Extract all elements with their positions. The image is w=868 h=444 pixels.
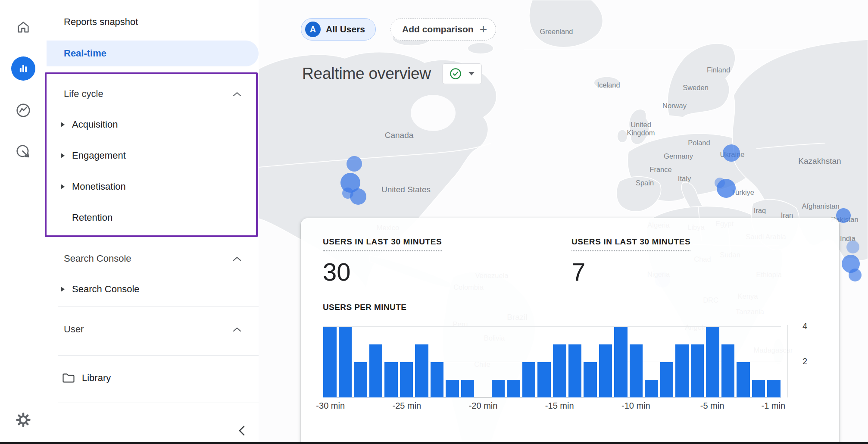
chart-bars xyxy=(323,325,781,397)
collapse-sidebar-button[interactable] xyxy=(233,422,250,440)
add-comparison-button[interactable]: Add comparison + xyxy=(390,18,496,41)
users-per-minute-bar xyxy=(630,344,643,397)
chevron-left-icon xyxy=(237,425,246,437)
sidebar-divider xyxy=(58,306,259,307)
users-per-minute-bar xyxy=(323,327,337,397)
map-top-divider xyxy=(524,49,868,49)
app-nav-rail xyxy=(0,0,47,444)
sidebar-item-monetisation[interactable]: Monetisation xyxy=(47,171,259,202)
users-per-minute-bar xyxy=(614,327,628,397)
sidebar-item-acquisition[interactable]: Acquisition xyxy=(47,109,259,140)
users-per-minute-bar xyxy=(537,362,551,397)
users-per-minute-bar xyxy=(384,362,398,397)
sidebar-item-label: Monetisation xyxy=(72,181,126,192)
users-per-minute-bar xyxy=(645,380,658,397)
section-header-life-cycle[interactable]: Life cycle xyxy=(47,82,259,106)
chevron-down-icon xyxy=(468,72,475,75)
users-per-minute-bar xyxy=(415,344,428,397)
y-axis-tick-label: 2 xyxy=(802,356,822,366)
x-axis-tick-label: -10 min xyxy=(621,401,650,411)
users-per-minute-bar xyxy=(553,344,566,397)
sidebar-item-search-console[interactable]: Search Console xyxy=(47,274,259,305)
reports-icon[interactable] xyxy=(0,56,47,81)
realtime-status-dropdown[interactable] xyxy=(442,63,482,84)
chart-right-axis xyxy=(787,325,787,397)
green-check-icon xyxy=(450,68,462,80)
x-axis-tick-label: -20 min xyxy=(469,401,498,411)
users-per-minute-bar xyxy=(446,380,459,397)
users-per-minute-bar xyxy=(660,362,674,397)
section-title: User xyxy=(64,324,84,335)
section-title: Life cycle xyxy=(64,88,103,100)
users-last-30min-metric-comparison: USERS IN LAST 30 MINUTES 7 xyxy=(571,237,690,286)
users-per-minute-bar xyxy=(369,344,383,397)
users-per-minute-bar xyxy=(721,344,735,397)
chevron-up-icon xyxy=(233,327,241,332)
expand-triangle-icon[interactable] xyxy=(61,153,65,158)
sidebar-item-engagement[interactable]: Engagement xyxy=(47,140,259,171)
metric-label[interactable]: USERS IN LAST 30 MINUTES xyxy=(571,237,690,251)
sidebar-item-label: Engagement xyxy=(72,150,126,161)
sidebar-item-realtime[interactable]: Real-time xyxy=(47,41,259,66)
sidebar-item-retention[interactable]: Retention xyxy=(47,202,259,233)
users-per-minute-bar xyxy=(461,380,475,397)
users-per-minute-bar xyxy=(354,362,367,397)
chart-title: USERS PER MINUTE xyxy=(323,303,406,312)
section-header-user[interactable]: User xyxy=(47,317,259,341)
triangle-spacer xyxy=(61,215,65,220)
users-per-minute-bar xyxy=(599,344,612,397)
page-title: Realtime overview xyxy=(302,65,431,83)
section-header-search-console[interactable]: Search Console xyxy=(47,247,259,271)
users-per-minute-chart xyxy=(323,325,781,397)
sidebar-divider xyxy=(58,403,259,403)
x-axis-tick-label: -1 min xyxy=(761,401,785,411)
add-comparison-label: Add comparison xyxy=(402,24,474,34)
folder-icon xyxy=(62,372,75,384)
sidebar-item-label: Search Console xyxy=(72,284,140,295)
users-per-minute-bar xyxy=(568,344,582,397)
title-row: Realtime overview xyxy=(302,61,482,86)
users-per-minute-bar xyxy=(431,362,444,397)
settings-gear-icon[interactable] xyxy=(0,408,47,432)
expand-triangle-icon[interactable] xyxy=(61,184,65,189)
users-per-minute-bar xyxy=(339,327,352,397)
sidebar-item-label: Acquisition xyxy=(72,119,118,130)
metric-label[interactable]: USERS IN LAST 30 MINUTES xyxy=(323,237,442,251)
realtime-overview-main: GreenlandIcelandFinlandSwedenNorwayUnite… xyxy=(259,0,868,444)
all-users-comparison-chip[interactable]: A All Users xyxy=(301,18,376,41)
users-per-minute-bar xyxy=(675,344,689,397)
report-nav-sidebar: Reports snapshot Real-time Life cycleAcq… xyxy=(47,0,259,444)
reports-active-circle xyxy=(11,56,35,81)
explore-icon[interactable] xyxy=(0,98,47,122)
sidebar-item-reports-snapshot[interactable]: Reports snapshot xyxy=(47,10,259,34)
users-per-minute-bar xyxy=(507,380,520,397)
sidebar-item-label: Reports snapshot xyxy=(64,16,138,28)
sidebar-item-library[interactable]: Library xyxy=(47,366,259,390)
users-per-minute-bar xyxy=(492,380,505,397)
expand-triangle-icon[interactable] xyxy=(61,287,65,292)
realtime-summary-card: USERS IN LAST 30 MINUTES 30 USERS IN LAS… xyxy=(301,218,839,444)
x-axis-tick-label: -30 min xyxy=(316,401,345,411)
sidebar-item-label: Real-time xyxy=(64,48,106,59)
users-per-minute-bar xyxy=(691,344,704,397)
users-per-minute-bar xyxy=(752,380,765,397)
users-per-minute-bar xyxy=(400,362,413,397)
window-bottom-edge xyxy=(0,442,868,444)
advertising-icon[interactable] xyxy=(0,140,47,164)
x-axis-tick-label: -5 min xyxy=(700,401,724,411)
expand-triangle-icon[interactable] xyxy=(61,122,65,127)
x-axis-tick-label: -25 min xyxy=(393,401,422,411)
users-per-minute-bar xyxy=(584,362,597,397)
x-axis-tick-label: -15 min xyxy=(545,401,574,411)
ga-realtime-page: Reports snapshot Real-time Life cycleAcq… xyxy=(0,0,868,444)
y-axis-tick-label: 4 xyxy=(802,321,822,331)
users-last-30min-metric: USERS IN LAST 30 MINUTES 30 xyxy=(323,237,442,286)
chevron-up-icon xyxy=(233,92,241,97)
home-icon[interactable] xyxy=(0,15,47,39)
plus-icon: + xyxy=(480,23,487,36)
metric-value: 30 xyxy=(323,257,442,286)
sidebar-item-label: Library xyxy=(82,372,111,384)
users-per-minute-bar xyxy=(767,380,781,397)
chevron-up-icon xyxy=(233,256,241,261)
users-per-minute-bar xyxy=(706,327,719,397)
